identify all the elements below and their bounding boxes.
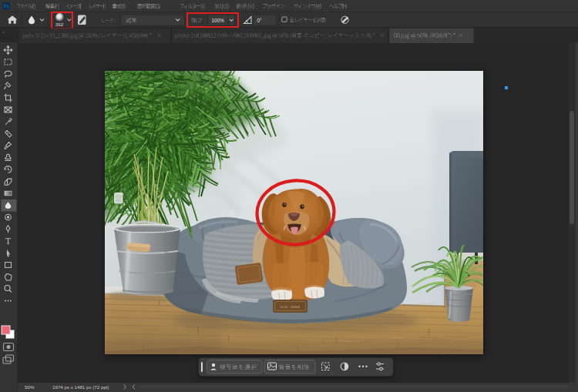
svg-text:1974 px x 1481 px (72 ppi): 1974 px x 1481 px (72 ppi): [52, 384, 109, 390]
svg-text:50%: 50%: [25, 384, 35, 390]
svg-text:T: T: [5, 236, 11, 246]
svg-text:0°: 0°: [257, 18, 263, 23]
svg-text:DOG · HOME: DOG · HOME: [281, 305, 301, 309]
